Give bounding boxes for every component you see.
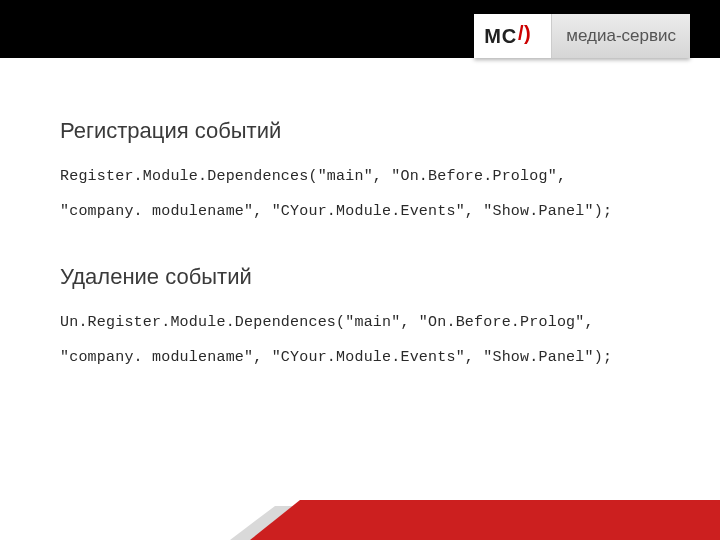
logo-letter-c: C <box>502 25 515 48</box>
svg-marker-2 <box>230 506 720 540</box>
logo-badge: M C / ) медиа-сервис <box>474 14 690 58</box>
svg-text:): ) <box>524 24 531 44</box>
section-unregister: Удаление событий Un.Register.Module.Depe… <box>60 264 665 368</box>
svg-marker-3 <box>250 500 720 540</box>
logo-letter-m: M <box>484 25 500 48</box>
heading-unregister: Удаление событий <box>60 264 665 290</box>
code-line: "company. modulename", "CYour.Module.Eve… <box>60 347 665 368</box>
logo-text: медиа-сервис <box>551 14 690 58</box>
footer-decor <box>0 492 720 540</box>
logo-mark: M C / ) <box>474 14 551 58</box>
top-bar: M C / ) медиа-сервис <box>0 0 720 58</box>
slide-content: Регистрация событий Register.Module.Depe… <box>0 58 720 368</box>
section-register: Регистрация событий Register.Module.Depe… <box>60 118 665 222</box>
logo-slash-icon: / ) <box>518 24 540 48</box>
code-line: "company. modulename", "CYour.Module.Eve… <box>60 201 665 222</box>
code-line: Un.Register.Module.Dependences("main", "… <box>60 312 665 333</box>
heading-register: Регистрация событий <box>60 118 665 144</box>
code-line: Register.Module.Dependences("main", "On.… <box>60 166 665 187</box>
